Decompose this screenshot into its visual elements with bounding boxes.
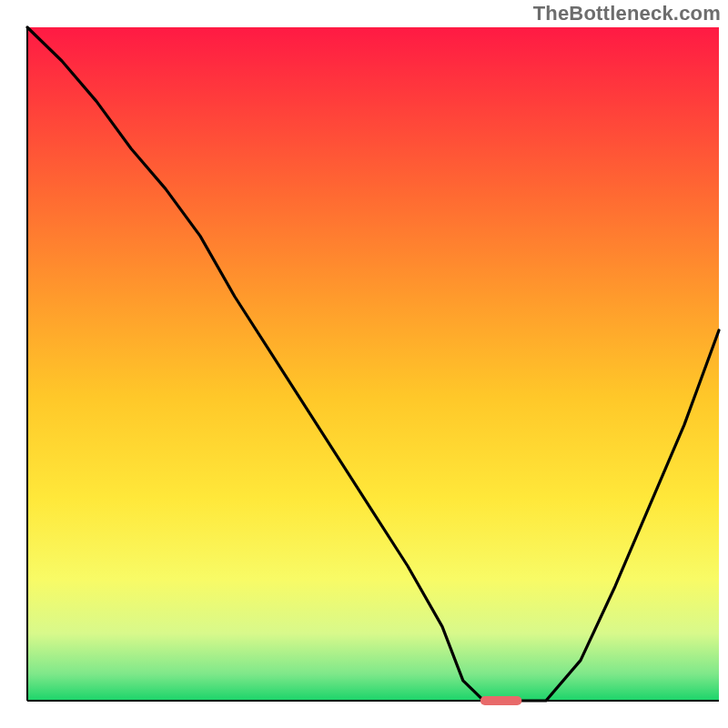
bottleneck-chart [0, 0, 728, 728]
watermark-label: TheBottleneck.com [533, 2, 721, 25]
optimal-range-indicator [480, 696, 522, 705]
chart-canvas [0, 0, 728, 728]
gradient-background [27, 27, 719, 701]
